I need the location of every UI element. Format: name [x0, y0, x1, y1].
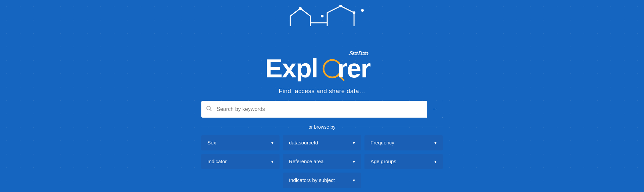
svg-text:.Stat Data: .Stat Data: [348, 51, 368, 57]
dropdown-frequency[interactable]: Frequency ▾: [364, 135, 443, 150]
chevron-down-icon: ▾: [271, 140, 274, 145]
chevron-down-icon: ▾: [271, 159, 274, 164]
dropdown-sex-label: Sex: [207, 140, 216, 145]
main-container: Expl rer .Stat Data Find, access and sha…: [0, 4, 644, 188]
divider-right: [340, 127, 443, 127]
chevron-down-icon: ▾: [353, 178, 355, 183]
dropdown-reference-area-label: Reference area: [289, 158, 324, 164]
logo-text-row: Expl rer .Stat Data: [265, 51, 379, 85]
logo-icon: [270, 4, 374, 31]
dropdown-age-groups-label: Age groups: [370, 158, 396, 164]
logo-explorer-text: Expl rer .Stat Data: [265, 60, 379, 86]
explorer-svg: Expl rer .Stat Data: [265, 51, 379, 81]
svg-point-1: [299, 7, 302, 10]
chevron-down-icon: ▾: [434, 159, 437, 164]
dropdown-row-2: Indicator ▾ Reference area ▾ Age groups …: [201, 154, 443, 169]
svg-line-12: [210, 109, 211, 111]
dropdown-reference-area[interactable]: Reference area ▾: [283, 154, 361, 169]
svg-point-3: [339, 5, 342, 7]
chevron-down-icon: ▾: [434, 140, 437, 145]
dropdown-indicator[interactable]: Indicator ▾: [201, 154, 280, 169]
chevron-down-icon: ▾: [353, 140, 355, 145]
dropdown-sex[interactable]: Sex ▾: [201, 135, 280, 150]
submit-arrow-icon: →: [432, 106, 438, 113]
dropdown-row-1: Sex ▾ datasourceId ▾ Frequency ▾: [201, 135, 443, 150]
dropdowns-grid: Sex ▾ datasourceId ▾ Frequency ▾ Indicat…: [201, 135, 443, 188]
search-icon: [206, 106, 212, 113]
dropdown-datasourceid-label: datasourceId: [289, 140, 318, 145]
search-container: →: [201, 101, 443, 118]
dropdown-indicator-label: Indicator: [207, 158, 227, 164]
browse-divider: or browse by: [201, 124, 443, 130]
svg-point-4: [353, 11, 355, 14]
browse-by-label: or browse by: [304, 124, 340, 130]
dropdown-datasourceid[interactable]: datasourceId ▾: [283, 135, 361, 150]
search-submit-button[interactable]: →: [427, 101, 443, 118]
dropdown-indicators-by-subject[interactable]: Indicators by subject ▾: [283, 173, 361, 188]
dropdown-frequency-label: Frequency: [370, 140, 394, 145]
svg-point-2: [321, 15, 324, 17]
svg-text:rer: rer: [337, 54, 371, 81]
subtitle: Find, access and share data…: [279, 88, 365, 95]
dropdown-indicators-subject-label: Indicators by subject: [289, 177, 335, 183]
dropdown-row-3: Indicators by subject ▾: [201, 173, 443, 188]
logo-graphic: [268, 4, 376, 51]
search-input[interactable]: [207, 101, 426, 118]
search-bar: →: [201, 101, 443, 118]
dropdown-age-groups[interactable]: Age groups ▾: [364, 154, 443, 169]
svg-point-5: [361, 9, 364, 12]
divider-left: [201, 127, 304, 127]
svg-text:Expl: Expl: [265, 54, 318, 81]
chevron-down-icon: ▾: [353, 159, 355, 164]
logo-area: Expl rer .Stat Data Find, access and sha…: [265, 4, 379, 95]
